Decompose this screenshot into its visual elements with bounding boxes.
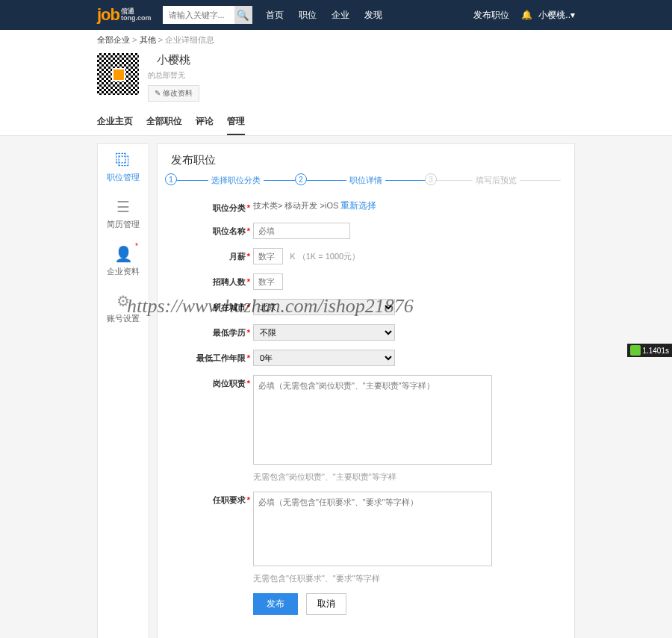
edit-profile-button[interactable]: ✎ 修改资料 — [148, 85, 199, 102]
logo[interactable]: job 倌通tong.com — [97, 5, 152, 25]
duty-hint: 无需包含"岗位职责"、"主要职责"等字样 — [253, 471, 561, 483]
step-3-number: 3 — [425, 173, 437, 185]
tab-home[interactable]: 企业主页 — [97, 109, 133, 135]
salary-hint: K （1K = 1000元） — [290, 252, 360, 261]
main-area: ⿻ 职位管理 ☰ 简历管理 * 👤 企业资料 ⚙ 账号设置 发布职位 1 选择职… — [97, 143, 575, 638]
top-header: job 倌通tong.com 🔍 首页 职位 企业 发现 发布职位 🔔 小樱桃.… — [0, 0, 672, 30]
duty-textarea[interactable] — [253, 375, 492, 465]
perf-badge: 1.1401s — [627, 344, 672, 357]
bell-icon[interactable]: 🔔 — [521, 10, 532, 20]
sidebar-item-job-manage[interactable]: ⿻ 职位管理 — [98, 144, 149, 191]
submit-button[interactable]: 发布 — [253, 593, 298, 615]
duty-label: 岗位职责* — [171, 375, 253, 389]
salary-label: 月薪* — [171, 248, 253, 262]
step-2-label: 职位详情 — [346, 176, 385, 185]
sidebar-item-profile[interactable]: * 👤 企业资料 — [98, 238, 149, 285]
category-label: 职位分类* — [171, 199, 253, 214]
count-input[interactable] — [253, 273, 283, 290]
company-tabs: 企业主页 全部职位 评论 管理 — [97, 109, 575, 135]
breadcrumb-cat[interactable]: 其他 — [140, 35, 156, 44]
perf-value: 1.1401s — [642, 347, 669, 355]
cancel-button[interactable]: 取消 — [306, 593, 346, 615]
sidebar-item-label: 企业资料 — [107, 267, 140, 276]
breadcrumb: 全部企业 > 其他 > 企业详细信息 — [97, 30, 575, 50]
nav-discover[interactable]: 发现 — [357, 0, 390, 30]
salary-input[interactable] — [253, 248, 283, 264]
company-name: 小樱桃 — [157, 53, 199, 67]
nav-publish[interactable]: 发布职位 — [467, 9, 515, 22]
step-3-label: 填写后预览 — [473, 176, 520, 185]
sidebar-item-account[interactable]: ⚙ 账号设置 — [98, 285, 149, 332]
leaf-icon — [630, 345, 641, 356]
content-panel: 发布职位 1 选择职位分类 2 职位详情 3 填写后预览 职位分类* 技术类> … — [157, 143, 575, 638]
qr-code — [97, 53, 139, 95]
reselect-link[interactable]: 重新选择 — [340, 200, 376, 211]
count-label: 招聘人数* — [171, 273, 253, 288]
step-1-label: 选择职位分类 — [208, 176, 264, 185]
step-1-number: 1 — [165, 173, 177, 185]
search-button[interactable]: 🔍 — [234, 6, 252, 24]
city-select[interactable]: 北京 — [253, 299, 395, 315]
jobname-input[interactable] — [253, 223, 350, 239]
search-box: 🔍 — [163, 6, 252, 24]
page-title: 发布职位 — [171, 153, 561, 167]
copy-icon: ⿻ — [98, 152, 149, 169]
edu-label: 最低学历* — [171, 324, 253, 338]
manage-sidebar: ⿻ 职位管理 ☰ 简历管理 * 👤 企业资料 ⚙ 账号设置 — [97, 143, 149, 638]
search-icon: 🔍 — [237, 10, 249, 21]
gear-icon: ⚙ — [98, 292, 149, 310]
edu-select[interactable]: 不限 — [253, 324, 395, 341]
req-label: 任职要求* — [171, 492, 253, 506]
sidebar-item-label: 简历管理 — [107, 220, 140, 229]
tab-comments[interactable]: 评论 — [196, 109, 214, 135]
sidebar-item-label: 职位管理 — [107, 173, 140, 182]
user-icon: 👤 — [98, 245, 149, 263]
breadcrumb-all[interactable]: 全部企业 — [97, 35, 130, 44]
nav-company[interactable]: 企业 — [324, 0, 357, 30]
tab-jobs[interactable]: 全部职位 — [146, 109, 182, 135]
sidebar-item-label: 账号设置 — [107, 314, 140, 323]
sidebar-item-resume[interactable]: ☰ 简历管理 — [98, 191, 149, 238]
nav-right: 发布职位 🔔 小樱桃..▾ — [467, 9, 575, 22]
nav-home[interactable]: 首页 — [258, 0, 291, 30]
list-icon: ☰ — [98, 198, 149, 216]
required-star: * — [135, 242, 138, 250]
exp-label: 最低工作年限* — [171, 350, 253, 364]
step-2-number: 2 — [295, 173, 307, 185]
breadcrumb-current: 企业详细信息 — [165, 35, 214, 44]
step-indicator: 1 选择职位分类 2 职位详情 3 填写后预览 — [171, 175, 561, 186]
exp-select[interactable]: 0年 — [253, 350, 395, 366]
city-label: 所在城市* — [171, 299, 253, 313]
tab-manage[interactable]: 管理 — [227, 109, 245, 135]
nav-jobs[interactable]: 职位 — [291, 0, 324, 30]
company-sub: 的总部暂无 — [148, 70, 199, 81]
user-dropdown[interactable]: 小樱桃..▾ — [538, 9, 575, 22]
req-textarea[interactable] — [253, 492, 492, 566]
company-bar: 全部企业 > 其他 > 企业详细信息 小樱桃 的总部暂无 ✎ 修改资料 企业主页… — [0, 30, 672, 136]
jobname-label: 职位名称* — [171, 223, 253, 237]
req-hint: 无需包含"任职要求"、"要求"等字样 — [253, 573, 561, 584]
main-nav: 首页 职位 企业 发现 — [258, 0, 390, 30]
category-path: 技术类> 移动开发 >iOS — [253, 201, 340, 210]
